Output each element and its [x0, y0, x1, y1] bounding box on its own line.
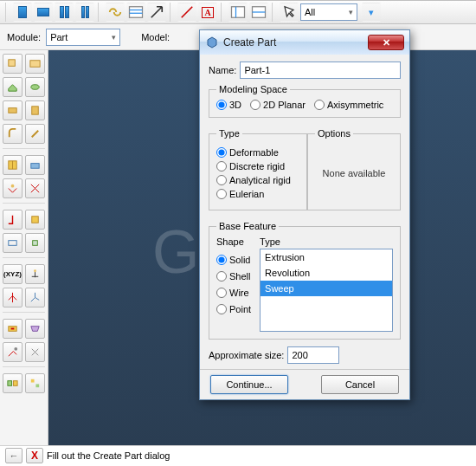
tool-loft[interactable] — [25, 100, 45, 120]
tool-xyz[interactable]: (XYZ) — [3, 264, 23, 284]
svg-rect-24 — [8, 381, 12, 386]
svg-rect-3 — [232, 7, 245, 18]
tool-chamfer[interactable] — [25, 124, 45, 144]
tool-stitch[interactable] — [25, 342, 45, 362]
svg-rect-20 — [33, 241, 38, 246]
dialog-title: Create Part — [223, 36, 276, 49]
side-separator — [3, 148, 45, 151]
tool-create-part[interactable] — [3, 54, 23, 74]
tool-remove-face[interactable] — [3, 319, 23, 339]
svg-rect-8 — [30, 61, 40, 68]
link-icon[interactable] — [106, 3, 125, 22]
svg-rect-25 — [13, 381, 17, 386]
annotation-a-icon[interactable]: A — [198, 3, 217, 22]
arrow-icon[interactable] — [147, 3, 166, 22]
side-separator — [3, 366, 45, 369]
side-separator — [3, 312, 45, 314]
radio-eulerian[interactable]: Eulerian — [216, 189, 299, 199]
radio-analytical-rigid[interactable]: Analytical rigid — [216, 175, 299, 185]
radio-axisymmetric[interactable]: Axisymmetric — [314, 100, 383, 110]
table-icon-1[interactable] — [228, 3, 248, 22]
dialog-body: Name: Modeling Space 3D 2D Planar Axisym… — [200, 55, 409, 399]
table-icon-2[interactable] — [249, 3, 268, 22]
options-legend: Options — [315, 128, 353, 139]
pencil-icon[interactable] — [177, 3, 196, 22]
svg-point-9 — [31, 85, 39, 90]
type-sweep[interactable]: Sweep — [261, 281, 392, 296]
tool-offset[interactable] — [25, 264, 45, 284]
base-type-list[interactable]: Extrusion Revolution Sweep — [260, 249, 393, 332]
radio-solid[interactable]: Solid — [216, 255, 251, 265]
create-part-dialog: Create Part ✕ Name: Modeling Space 3D 2D… — [199, 29, 410, 400]
cancel-button[interactable]: Cancel — [321, 375, 399, 394]
status-back-button[interactable]: ← — [5, 448, 23, 463]
close-button[interactable]: ✕ — [368, 35, 404, 50]
svg-rect-10 — [9, 108, 16, 113]
tool-part-manager[interactable] — [25, 54, 45, 74]
svg-rect-7 — [9, 60, 16, 67]
radio-deformable[interactable]: Deformable — [216, 147, 299, 158]
tool-round[interactable] — [3, 124, 23, 144]
view-icon-2[interactable] — [34, 3, 53, 22]
approx-size-label: Approximate size: — [209, 350, 284, 360]
radio-point[interactable]: Point — [216, 304, 251, 314]
tool-revolve[interactable] — [25, 77, 45, 97]
tool-repair[interactable] — [25, 319, 45, 339]
view-icon-1[interactable] — [13, 3, 32, 22]
status-bar: ← X Fill out the Create Part dialog — [0, 445, 476, 464]
svg-point-21 — [34, 269, 36, 272]
radio-discrete-rigid[interactable]: Discrete rigid — [216, 161, 299, 172]
name-label: Name: — [209, 65, 236, 75]
dropdown-extra-icon[interactable]: ▾ — [362, 3, 381, 22]
radio-2d-planar[interactable]: 2D Planar — [250, 100, 306, 110]
filter-combo[interactable]: All ▾ — [300, 3, 357, 21]
base-feature-group: Base Feature Shape Solid Shell Wire Poin… — [209, 221, 401, 340]
toolbar-separator — [221, 3, 225, 22]
tool-partition-edge[interactable] — [3, 178, 23, 198]
side-separator — [3, 203, 45, 205]
svg-point-23 — [14, 347, 17, 351]
type-extrusion[interactable]: Extrusion — [261, 249, 392, 265]
name-input[interactable] — [240, 61, 401, 79]
modeling-space-group: Modeling Space 3D 2D Planar Axisymmetric — [209, 84, 401, 118]
toolbar-separator — [5, 3, 10, 22]
approx-size-input[interactable] — [287, 346, 339, 364]
base-feature-legend: Base Feature — [216, 221, 279, 231]
continue-button[interactable]: Continue... — [210, 375, 288, 394]
tool-datum-plane[interactable] — [3, 233, 23, 253]
tool-pattern[interactable] — [25, 373, 45, 393]
tool-csys[interactable] — [25, 288, 45, 307]
svg-rect-26 — [31, 379, 35, 383]
radio-shell[interactable]: Shell — [216, 271, 251, 282]
svg-rect-18 — [32, 217, 39, 223]
tool-split[interactable] — [25, 178, 45, 198]
tool-geometry-edit[interactable] — [3, 342, 23, 362]
toolbar-separator — [272, 3, 276, 22]
tool-sweep[interactable] — [3, 100, 23, 120]
tool-datum-point[interactable] — [3, 210, 23, 230]
top-toolbar: A All ▾ ▾ — [0, 0, 476, 24]
tool-partition-cell[interactable] — [3, 155, 23, 175]
tool-mirror[interactable] — [3, 373, 23, 393]
dialog-titlebar[interactable]: Create Part ✕ — [200, 30, 409, 55]
tool-extrude[interactable] — [3, 77, 23, 97]
options-text: None available — [323, 168, 386, 178]
radio-3d[interactable]: 3D — [216, 100, 241, 110]
chevron-down-icon: ▾ — [349, 8, 353, 16]
radio-wire[interactable]: Wire — [216, 288, 251, 298]
tool-datum-axis[interactable] — [25, 210, 45, 230]
base-type-label: Type — [260, 236, 393, 247]
tool-datum-csys[interactable] — [25, 233, 45, 253]
view-icon-3[interactable] — [55, 3, 74, 22]
view-icon-4[interactable] — [75, 3, 94, 22]
cursor-icon[interactable] — [280, 3, 299, 22]
status-cancel-button[interactable]: X — [26, 448, 43, 463]
tool-axis[interactable] — [3, 288, 23, 307]
filter-combo-value: All — [305, 7, 315, 17]
tool-partition-face[interactable] — [25, 155, 45, 175]
modeling-space-legend: Modeling Space — [216, 84, 290, 94]
module-combo[interactable]: Part ▾ — [46, 29, 120, 46]
type-revolution[interactable]: Revolution — [261, 265, 392, 281]
grid-icon[interactable] — [126, 3, 145, 22]
dialog-separator — [200, 369, 409, 370]
